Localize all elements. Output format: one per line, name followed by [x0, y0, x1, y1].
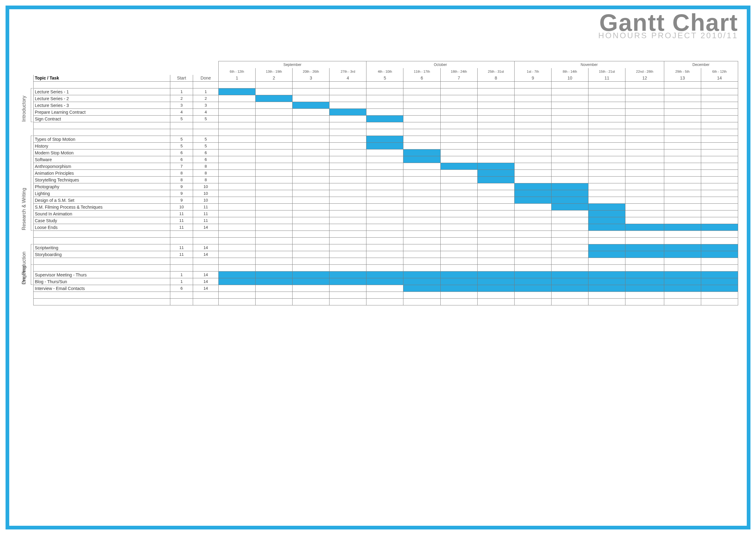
task-start: 1 — [170, 278, 193, 285]
task-row: Design of a S.M. Set910 — [34, 197, 738, 204]
task-done: 1 — [193, 88, 218, 95]
week-number: 7 — [440, 75, 477, 82]
gantt-bar-cell — [440, 271, 477, 278]
task-start: 6 — [170, 156, 193, 163]
gantt-bar-cell — [330, 278, 366, 285]
gantt-bar-cell — [552, 204, 588, 211]
task-name: Design of a S.M. Set — [34, 197, 170, 204]
task-start: 11 — [170, 251, 193, 258]
task-start: 7 — [170, 163, 193, 170]
task-row: Software66 — [34, 156, 738, 163]
group-labels-column: IntroductoryResearch & WritingPre-Produc… — [15, 61, 33, 305]
task-done: 4 — [193, 109, 218, 116]
group-bracket — [31, 136, 33, 231]
task-done: 8 — [193, 177, 218, 183]
week-range: 25th - 31st — [477, 68, 514, 75]
task-start: 6 — [170, 285, 193, 292]
task-row: Lecture Series - 222 — [34, 95, 738, 102]
task-done: 6 — [193, 150, 218, 156]
week-number: 14 — [701, 75, 738, 82]
task-name: Anthropomorphism — [34, 163, 170, 170]
task-name: Types of Stop Motion — [34, 136, 170, 143]
task-done: 11 — [193, 204, 218, 211]
gantt-bar-cell — [552, 271, 588, 278]
gantt-bar-cell — [664, 278, 701, 285]
task-name: Animation Principles — [34, 170, 170, 177]
task-start: 11 — [170, 244, 193, 251]
task-done: 8 — [193, 170, 218, 177]
task-start: 9 — [170, 183, 193, 190]
month-header: September — [218, 61, 366, 68]
gantt-bar-cell — [588, 251, 625, 258]
group-label: Introductory — [21, 88, 27, 122]
start-header: Start — [170, 75, 193, 82]
week-number: 12 — [625, 75, 664, 82]
gantt-bar-cell — [552, 183, 588, 190]
task-name: Software — [34, 156, 170, 163]
gantt-bar-cell — [403, 150, 440, 156]
group-bracket — [31, 265, 33, 285]
task-name: Case Study — [34, 217, 170, 224]
gantt-bar-cell — [366, 136, 403, 143]
gantt-bar-cell — [625, 285, 664, 292]
week-range: 6th - 12th — [218, 68, 255, 75]
task-row: Lecture Series - 333 — [34, 102, 738, 109]
week-number: 8 — [477, 75, 514, 82]
week-number: 3 — [292, 75, 330, 82]
week-range: 18th - 24th — [440, 68, 477, 75]
week-range: 1st - 7th — [514, 68, 551, 75]
gantt-bar-cell — [588, 217, 625, 224]
task-done: 14 — [193, 224, 218, 231]
gantt-bar-cell — [588, 285, 625, 292]
gantt-bar-cell — [664, 244, 701, 251]
week-range: 6th - 12th — [701, 68, 738, 75]
gantt-bar-cell — [588, 224, 625, 231]
task-done: 11 — [193, 217, 218, 224]
task-name: Blog - Thurs/Sun — [34, 278, 170, 285]
gantt-bar-cell — [218, 88, 255, 95]
task-start: 6 — [170, 150, 193, 156]
gantt-bar-cell — [588, 244, 625, 251]
gantt-bar-cell — [218, 278, 255, 285]
task-name: Lecture Series - 1 — [34, 88, 170, 95]
task-row: Anthropomorphism78 — [34, 163, 738, 170]
week-range: 20th - 26th — [292, 68, 330, 75]
gantt-bar-cell — [625, 271, 664, 278]
gantt-bar-cell — [664, 271, 701, 278]
gantt-bar-cell — [292, 271, 330, 278]
task-done: 14 — [193, 278, 218, 285]
task-done: 14 — [193, 285, 218, 292]
page-title: Gantt Chart — [598, 12, 738, 33]
gantt-bar-cell — [330, 109, 366, 116]
title-block: Gantt Chart HONOURS PROJECT 2010/11 — [598, 12, 738, 40]
group-label: Research & Writing — [21, 135, 27, 230]
gap-row — [34, 258, 738, 265]
gantt-bar-cell — [588, 204, 625, 211]
gantt-bar-cell — [701, 285, 738, 292]
week-number: 9 — [514, 75, 551, 82]
gantt-bar-cell — [366, 116, 403, 122]
gantt-bar-cell — [664, 251, 701, 258]
task-row: Prepare Learning Contract44 — [34, 109, 738, 116]
gap-row — [34, 298, 738, 305]
week-number: 10 — [552, 75, 588, 82]
gantt-bar-cell — [514, 271, 551, 278]
gantt-bar-cell — [701, 251, 738, 258]
task-name: Photography — [34, 183, 170, 190]
task-done: 5 — [193, 143, 218, 150]
task-row: Photography910 — [34, 183, 738, 190]
gantt-bar-cell — [625, 278, 664, 285]
task-name: Sound In Animation — [34, 211, 170, 217]
week-range: 4th - 10th — [366, 68, 403, 75]
week-number: 2 — [255, 75, 292, 82]
task-row: Storyboarding1114 — [34, 251, 738, 258]
gantt-bar-cell — [366, 271, 403, 278]
task-start: 3 — [170, 102, 193, 109]
week-range: 11th - 17th — [403, 68, 440, 75]
task-row: Lecture Series - 111 — [34, 88, 738, 95]
week-range: 22nd - 28th — [625, 68, 664, 75]
task-done: 5 — [193, 116, 218, 122]
task-name: Sign Contract — [34, 116, 170, 122]
gantt-bar-cell — [588, 271, 625, 278]
task-name: Scriptwriting — [34, 244, 170, 251]
